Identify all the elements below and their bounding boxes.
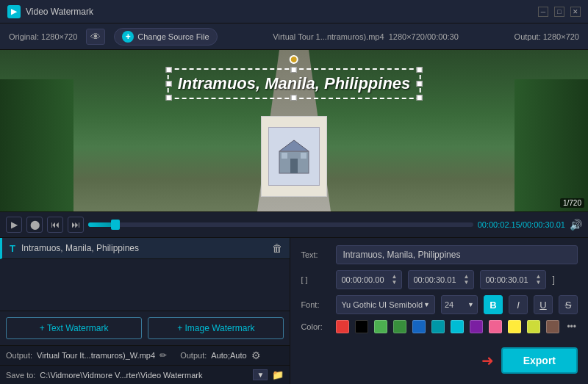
output-format-value: Auto;Auto bbox=[211, 351, 246, 360]
maximize-button[interactable]: □ bbox=[554, 7, 564, 17]
underline-button[interactable]: U bbox=[534, 295, 553, 314]
start-time-spinners[interactable]: ▲ ▼ bbox=[391, 274, 397, 286]
file-info: Virtual Tour 1...ntramuros).mp4 1280×720… bbox=[226, 32, 506, 41]
color-cyan[interactable] bbox=[451, 320, 464, 333]
export-button[interactable]: Export bbox=[501, 347, 578, 374]
trees-left-bg bbox=[0, 79, 74, 211]
color-black[interactable] bbox=[355, 320, 368, 333]
play-button[interactable]: ▶ bbox=[6, 217, 22, 233]
color-purple[interactable] bbox=[470, 320, 483, 333]
saveto-row: Save to: C:\Vidmore\Vidmore V...rter\Vid… bbox=[0, 365, 290, 384]
app-title: Video Watermark bbox=[26, 7, 538, 17]
saveto-label: Save to: bbox=[6, 371, 35, 380]
color-green[interactable] bbox=[374, 320, 387, 333]
svg-rect-2 bbox=[290, 159, 298, 173]
more-colors-button[interactable]: ••• bbox=[565, 322, 578, 332]
timeline: ▶ ⬤ ⏮ ⏭ 00:00:02.15/00:00:30.01 🔊 bbox=[0, 211, 588, 238]
handle-top-left[interactable] bbox=[166, 67, 172, 73]
font-select-dropdown[interactable]: Yu Gothic UI Semibold ▼ bbox=[336, 295, 435, 314]
window-controls: ─ □ ✕ bbox=[538, 7, 581, 17]
change-source-label: Change Source File bbox=[137, 32, 209, 41]
color-lime[interactable] bbox=[527, 320, 540, 333]
change-source-button[interactable]: + Change Source File bbox=[114, 28, 217, 46]
time-display: 00:00:02.15/00:00:30.01 bbox=[478, 220, 565, 229]
color-teal[interactable] bbox=[431, 320, 445, 333]
layer-delete-button[interactable]: 🗑 bbox=[272, 242, 282, 254]
edit-output-icon[interactable]: ✏ bbox=[159, 350, 167, 361]
add-text-watermark-button[interactable]: + Text Watermark bbox=[6, 317, 142, 339]
output-label-1: Output: bbox=[6, 351, 32, 360]
color-dark-green[interactable] bbox=[393, 320, 406, 333]
font-size-dropdown[interactable]: 24 ▼ bbox=[441, 295, 478, 314]
text-layer-icon: T bbox=[10, 243, 15, 254]
end2-down-btn[interactable]: ▼ bbox=[535, 280, 541, 286]
color-yellow[interactable] bbox=[508, 320, 521, 333]
end-time-spinners[interactable]: ▲ ▼ bbox=[463, 274, 469, 286]
handle-bot-right[interactable] bbox=[416, 95, 422, 101]
top-bar: Original: 1280×720 👁 + Change Source Fil… bbox=[0, 23, 588, 50]
size-chevron-icon: ▼ bbox=[467, 301, 474, 308]
stop-button[interactable]: ⬤ bbox=[26, 217, 43, 233]
end-down-btn[interactable]: ▼ bbox=[463, 280, 469, 286]
font-size-value: 24 bbox=[445, 300, 453, 309]
add-image-watermark-button[interactable]: + Image Watermark bbox=[148, 317, 284, 339]
handle-bot-left[interactable] bbox=[166, 95, 172, 101]
layer-item[interactable]: T Intramuos, Manila, Philippines 🗑 bbox=[0, 238, 290, 259]
end-time-value-2: 00:00:30.01 bbox=[485, 275, 528, 284]
handle-right-mid[interactable] bbox=[416, 81, 422, 87]
output-label-2: Output: bbox=[180, 351, 207, 360]
saveto-path: C:\Vidmore\Vidmore V...rter\Video Waterm… bbox=[40, 371, 248, 380]
output-label: Output: 1280×720 bbox=[514, 32, 579, 41]
end-time-input[interactable]: 00:00:30.01 ▲ ▼ bbox=[408, 270, 474, 289]
watermark-text-container[interactable]: Intramuos, Manila, Philippines bbox=[168, 68, 421, 99]
watermark-text: Intramuos, Manila, Philippines bbox=[178, 74, 411, 93]
title-bar: ▶ Video Watermark ─ □ ✕ bbox=[0, 0, 588, 23]
minimize-button[interactable]: ─ bbox=[538, 7, 548, 17]
prev-frame-button[interactable]: ⏮ bbox=[47, 217, 63, 233]
end-time-input-2[interactable]: 00:00:30.01 ▲ ▼ bbox=[480, 270, 546, 289]
folder-icon[interactable]: 📁 bbox=[272, 369, 284, 380]
start-down-btn[interactable]: ▼ bbox=[391, 280, 397, 286]
progress-thumb[interactable] bbox=[111, 220, 120, 230]
color-prop-row: Color: ••• bbox=[301, 320, 578, 333]
color-blue[interactable] bbox=[412, 320, 426, 333]
add-buttons: + Text Watermark + Image Watermark bbox=[0, 311, 290, 345]
font-name-value: Yu Gothic UI Semibold bbox=[341, 300, 423, 309]
progress-bar[interactable] bbox=[88, 222, 473, 227]
rotate-handle[interactable] bbox=[290, 55, 298, 64]
color-pink[interactable] bbox=[489, 320, 502, 333]
color-brown[interactable] bbox=[546, 320, 559, 333]
bracket-label: [ ] bbox=[301, 275, 330, 284]
next-frame-button[interactable]: ⏭ bbox=[68, 217, 84, 233]
end-time-2-spinners[interactable]: ▲ ▼ bbox=[535, 274, 541, 286]
strikethrough-button[interactable]: S bbox=[559, 295, 578, 314]
saveto-dropdown[interactable]: ▼ bbox=[253, 369, 268, 380]
watermark-image-inner bbox=[268, 127, 320, 186]
handle-bot-mid[interactable] bbox=[291, 95, 297, 101]
text-value-input[interactable] bbox=[336, 245, 578, 264]
text-prop-row: Text: bbox=[301, 245, 578, 264]
color-label: Color: bbox=[301, 322, 330, 331]
video-area: Intramuos, Manila, Philippines 1/720 bbox=[0, 50, 588, 211]
output-file-value: Virtual Tour It...tramuros)_W.mp4 bbox=[37, 351, 155, 360]
svg-rect-4 bbox=[301, 153, 306, 159]
volume-icon[interactable]: 🔊 bbox=[570, 219, 582, 231]
preview-toggle-button[interactable]: 👁 bbox=[86, 29, 105, 45]
font-label: Font: bbox=[301, 300, 330, 309]
end-bracket-icon: ] bbox=[552, 275, 554, 285]
handle-top-right[interactable] bbox=[416, 67, 422, 73]
font-chevron-icon: ▼ bbox=[423, 301, 430, 308]
italic-button[interactable]: I bbox=[509, 295, 528, 314]
color-red[interactable] bbox=[336, 320, 349, 333]
close-button[interactable]: ✕ bbox=[570, 7, 581, 17]
app-icon: ▶ bbox=[7, 5, 21, 18]
start-time-input[interactable]: 00:00:00.00 ▲ ▼ bbox=[336, 270, 402, 289]
handle-left-mid[interactable] bbox=[166, 81, 172, 87]
layer-name: Intramuos, Manila, Philippines bbox=[21, 243, 266, 253]
bold-button[interactable]: B bbox=[484, 295, 503, 314]
settings-icon[interactable]: ⚙ bbox=[251, 349, 261, 361]
output-row: Output: Virtual Tour It...tramuros)_W.mp… bbox=[0, 345, 290, 365]
bottom-panel: T Intramuos, Manila, Philippines 🗑 + Tex… bbox=[0, 238, 588, 384]
timestamp-badge: 1/720 bbox=[560, 198, 584, 208]
handle-top-mid[interactable] bbox=[291, 67, 297, 73]
